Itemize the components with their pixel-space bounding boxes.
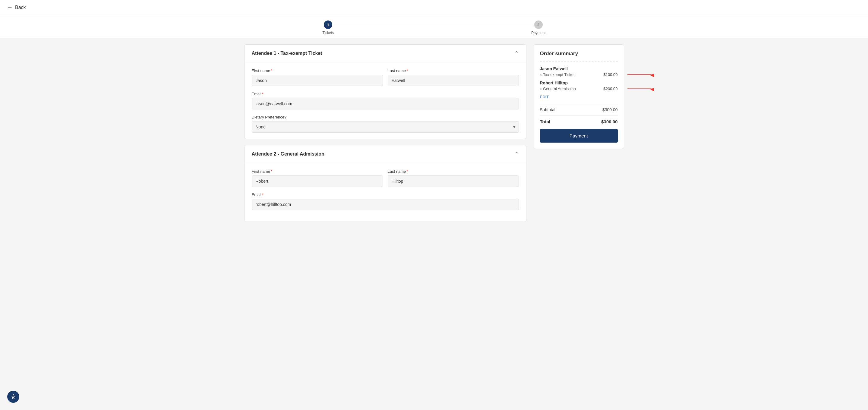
step1-label: Tickets	[322, 31, 334, 35]
attendee1-name-row: First name* Last name*	[252, 68, 519, 86]
order-summary-title: Order summary	[540, 51, 618, 57]
main-layout: Attendee 1 - Tax-exempt Ticket ⌃ First n…	[232, 44, 636, 222]
attendee2-lastname-group: Last name*	[388, 169, 519, 187]
attendee1-dietary-group: Dietary Preference? None Vegetarian Vega…	[252, 115, 519, 133]
order-total-row: Total $300.00	[540, 115, 618, 129]
total-value: $300.00	[601, 119, 617, 124]
attendee2-firstname-input[interactable]	[252, 176, 383, 187]
order-attendee2-ticket-row: × General Admission $200.00 ◀	[540, 87, 618, 91]
attendee1-dietary-wrapper: None Vegetarian Vegan Gluten-free Halal …	[252, 121, 519, 133]
attendee2-num: Attendee 2	[252, 151, 276, 156]
required-star4: *	[271, 169, 272, 174]
attendee2-email-input[interactable]	[252, 199, 519, 210]
attendee1-email-input[interactable]	[252, 98, 519, 109]
order-attendee2-price: $200.00	[603, 87, 618, 91]
step2-circle: 2	[534, 21, 543, 29]
total-label: Total	[540, 119, 551, 124]
attendee1-body: First name* Last name* Email*	[245, 62, 526, 139]
ticket-x1: ×	[540, 73, 542, 76]
step-tickets: 1 Tickets	[322, 21, 334, 35]
attendee2-ticket-type: General Admission	[281, 151, 324, 156]
order-attendee1-section: Jason Eatwell × Tax-exempt Ticket $100.0…	[540, 66, 618, 77]
subtotal-value: $300.00	[602, 107, 618, 112]
form-area: Attendee 1 - Tax-exempt Ticket ⌃ First n…	[244, 44, 526, 222]
attendee2-firstname-group: First name*	[252, 169, 383, 187]
attendee2-collapse-icon[interactable]: ⌃	[514, 151, 519, 157]
order-divider	[540, 61, 618, 62]
attendee1-num: Attendee 1	[252, 51, 276, 56]
attendee1-firstname-input[interactable]	[252, 75, 383, 86]
attendee2-lastname-input[interactable]	[388, 176, 519, 187]
edit-link[interactable]: EDIT	[540, 95, 618, 99]
top-bar: ← Back	[0, 0, 868, 15]
step-line	[334, 25, 531, 25]
step2-label: Payment	[531, 31, 546, 35]
order-attendee2-ticket-label: × General Admission	[540, 87, 576, 91]
order-attendee2-name: Robert Hilltop	[540, 81, 618, 85]
attendee1-dietary-select[interactable]: None Vegetarian Vegan Gluten-free Halal …	[252, 121, 519, 133]
attendee2-card: Attendee 2 - General Admission ⌃ First n…	[244, 145, 526, 222]
attendee2-firstname-label: First name*	[252, 169, 383, 174]
required-star6: *	[262, 192, 264, 197]
progress-bar: 1 Tickets 2 Payment	[311, 15, 558, 38]
attendee2-name-row: First name* Last name*	[252, 169, 519, 187]
order-subtotal-row: Subtotal $300.00	[540, 104, 618, 115]
back-label[interactable]: Back	[15, 5, 26, 10]
attendee1-firstname-label: First name*	[252, 68, 383, 73]
attendee2-body: First name* Last name* Email*	[245, 163, 526, 222]
order-attendee1-price: $100.00	[603, 72, 618, 77]
step1-circle: 1	[324, 21, 332, 29]
order-attendee1-name: Jason Eatwell	[540, 66, 618, 71]
subtotal-label: Subtotal	[540, 107, 555, 112]
attendee1-title: Attendee 1 - Tax-exempt Ticket	[252, 51, 322, 56]
order-attendee1-ticket-row: × Tax-exempt Ticket $100.00 ◀	[540, 72, 618, 77]
attendee1-dietary-label: Dietary Preference?	[252, 115, 519, 119]
attendee1-lastname-group: Last name*	[388, 68, 519, 86]
attendee1-lastname-label: Last name*	[388, 68, 519, 73]
attendee1-ticket-type: Tax-exempt Ticket	[281, 51, 322, 56]
annotation-arrow1: ◀	[627, 72, 654, 77]
attendee1-email-label: Email*	[252, 92, 519, 96]
annotation-arrow2: ◀	[627, 86, 654, 92]
required-star2: *	[406, 68, 408, 73]
required-star5: *	[406, 169, 408, 174]
attendee1-sep: -	[278, 51, 281, 56]
ticket-x2: ×	[540, 87, 542, 91]
attendee2-sep: -	[278, 151, 281, 156]
attendee2-title: Attendee 2 - General Admission	[252, 151, 324, 157]
attendee1-email-group: Email*	[252, 92, 519, 109]
attendee2-email-label: Email*	[252, 192, 519, 197]
attendee2-header: Attendee 2 - General Admission ⌃	[245, 145, 526, 163]
attendee1-collapse-icon[interactable]: ⌃	[514, 50, 519, 57]
back-arrow-icon[interactable]: ←	[7, 4, 13, 10]
attendee1-header: Attendee 1 - Tax-exempt Ticket ⌃	[245, 44, 526, 62]
attendee1-lastname-input[interactable]	[388, 75, 519, 86]
attendee1-card: Attendee 1 - Tax-exempt Ticket ⌃ First n…	[244, 44, 526, 139]
required-star: *	[271, 68, 272, 73]
attendee2-email-group: Email*	[252, 192, 519, 210]
step-payment: 2 Payment	[531, 21, 546, 35]
required-star3: *	[262, 92, 264, 96]
order-attendee2-section: Robert Hilltop × General Admission $200.…	[540, 81, 618, 91]
payment-button[interactable]: Payment	[540, 129, 618, 143]
attendee1-firstname-group: First name*	[252, 68, 383, 86]
attendee2-lastname-label: Last name*	[388, 169, 519, 174]
order-attendee1-ticket-label: × Tax-exempt Ticket	[540, 72, 575, 77]
order-summary-panel: Order summary Jason Eatwell × Tax-exempt…	[534, 44, 624, 149]
